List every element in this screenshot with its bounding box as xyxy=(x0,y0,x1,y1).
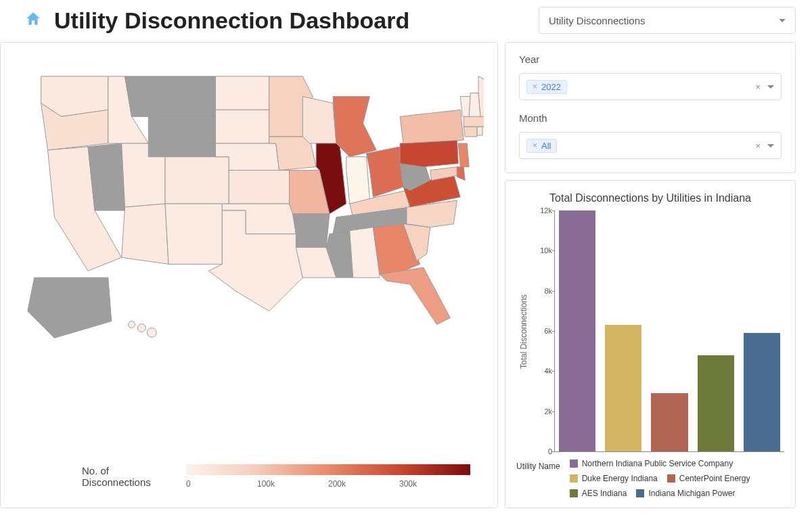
y-tick: 4k xyxy=(532,367,552,375)
svg-marker-11 xyxy=(215,76,269,110)
svg-marker-25 xyxy=(346,157,370,204)
month-filter-label: Month xyxy=(519,112,782,124)
us-choropleth-map[interactable] xyxy=(1,43,497,451)
close-icon[interactable]: × xyxy=(533,141,537,150)
svg-point-51 xyxy=(147,328,156,338)
year-chip[interactable]: × 2022 xyxy=(526,80,567,94)
svg-point-49 xyxy=(129,321,135,328)
svg-marker-5 xyxy=(125,76,216,116)
bar-chart-title: Total Disconnections by Utilities in Ind… xyxy=(516,192,784,205)
svg-marker-38 xyxy=(457,167,465,181)
legend-label: CenterPoint Energy xyxy=(679,474,750,483)
legend-swatch xyxy=(570,489,578,497)
map-legend-ticks: 0 100k 200k 300k xyxy=(186,479,470,489)
svg-marker-22 xyxy=(302,96,336,143)
legend-label: Duke Energy Indiana xyxy=(582,474,658,483)
bar[interactable] xyxy=(651,393,687,451)
svg-marker-45 xyxy=(460,96,470,116)
y-tick: 6k xyxy=(532,327,552,335)
clear-all-icon[interactable]: × xyxy=(755,141,761,151)
y-tick: 12k xyxy=(532,206,552,215)
svg-marker-40 xyxy=(458,143,469,167)
svg-marker-43 xyxy=(477,127,482,135)
svg-marker-26 xyxy=(366,147,403,197)
filters-panel: Year × 2022 × Month × All xyxy=(505,42,796,173)
clear-all-icon[interactable]: × xyxy=(755,82,761,92)
y-tick: 10k xyxy=(532,246,552,254)
svg-marker-42 xyxy=(464,127,477,137)
svg-marker-14 xyxy=(229,171,289,204)
svg-marker-12 xyxy=(215,110,269,143)
month-filter[interactable]: × All × xyxy=(519,132,782,159)
map-legend-gradient xyxy=(186,464,470,475)
y-axis-label: Total Disconnections xyxy=(516,210,531,452)
bar[interactable] xyxy=(744,333,780,451)
bar-chart-panel: Total Disconnections by Utilities in Ind… xyxy=(505,180,796,508)
chevron-down-icon[interactable] xyxy=(767,85,774,89)
month-chip-label: All xyxy=(541,141,551,151)
bar[interactable] xyxy=(605,325,641,451)
y-tick: 0 xyxy=(532,447,552,455)
svg-point-50 xyxy=(137,324,145,332)
legend-tick: 0 xyxy=(186,479,257,489)
chevron-down-icon[interactable] xyxy=(767,144,774,148)
svg-marker-32 xyxy=(380,267,450,324)
svg-marker-9 xyxy=(122,204,168,264)
legend-tick: 300k xyxy=(399,479,470,489)
svg-marker-8 xyxy=(165,157,229,204)
legend-item[interactable]: Duke Energy Indiana xyxy=(570,474,658,483)
bar-chart-legend: Northern Indiana Public Service CompanyD… xyxy=(570,459,784,498)
legend-swatch xyxy=(667,474,675,483)
legend-swatch xyxy=(636,489,644,497)
map-legend-title: No. of Disconnections xyxy=(82,465,170,488)
svg-marker-3 xyxy=(88,143,125,210)
close-icon[interactable]: × xyxy=(533,82,537,91)
legend-item[interactable]: Indiana Michigan Power xyxy=(636,489,735,498)
metric-select[interactable]: Utility Disconnections xyxy=(539,7,796,34)
legend-swatch xyxy=(570,460,578,468)
svg-marker-6 xyxy=(148,116,215,156)
svg-marker-41 xyxy=(400,110,464,143)
svg-marker-44 xyxy=(464,115,484,127)
year-chip-label: 2022 xyxy=(541,82,561,92)
legend-item[interactable]: CenterPoint Energy xyxy=(667,474,750,483)
chevron-down-icon xyxy=(779,19,786,22)
legend-item[interactable]: Northern Indiana Public Service Company xyxy=(570,459,733,468)
header: Utility Disconnection Dashboard Utility … xyxy=(0,0,812,42)
map-legend: No. of Disconnections 0 100k 200k 300k xyxy=(1,451,497,508)
home-icon[interactable] xyxy=(24,10,42,30)
year-filter-label: Year xyxy=(519,53,782,65)
metric-select-label: Utility Disconnections xyxy=(549,15,646,26)
map-panel: No. of Disconnections 0 100k 200k 300k xyxy=(0,42,498,508)
legend-tick: 200k xyxy=(328,479,399,489)
legend-label: Northern Indiana Public Service Company xyxy=(582,459,733,468)
legend-item[interactable]: AES Indiana xyxy=(570,489,627,498)
svg-marker-20 xyxy=(292,214,330,248)
bar[interactable] xyxy=(698,355,734,451)
legend-swatch xyxy=(570,474,578,483)
page-title: Utility Disconnection Dashboard xyxy=(54,7,409,34)
y-tick: 8k xyxy=(532,287,552,295)
y-tick: 2k xyxy=(532,407,552,416)
svg-marker-48 xyxy=(28,277,112,338)
legend-label: AES Indiana xyxy=(582,489,627,498)
x-axis-label: Utility Name xyxy=(516,459,560,498)
bar-chart[interactable]: Total Disconnections 02k4k6k8k10k12k xyxy=(516,210,784,452)
map-legend-scale: 0 100k 200k 300k xyxy=(186,464,470,489)
legend-label: Indiana Michigan Power xyxy=(648,489,735,498)
legend-tick: 100k xyxy=(257,479,328,489)
year-filter[interactable]: × 2022 × xyxy=(519,73,782,100)
svg-marker-10 xyxy=(165,204,222,264)
month-chip[interactable]: × All xyxy=(526,139,557,153)
bar[interactable] xyxy=(559,210,595,451)
